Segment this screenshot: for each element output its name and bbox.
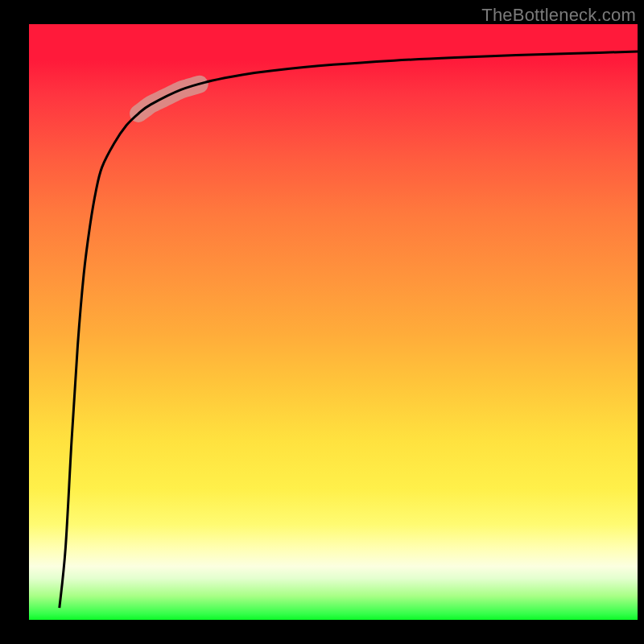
bottleneck-curve: [60, 52, 638, 608]
curve-highlight-band: [138, 85, 200, 114]
plot-area: [29, 24, 638, 620]
curve-svg: [29, 24, 638, 620]
watermark-text: TheBottleneck.com: [481, 5, 636, 26]
chart-stage: TheBottleneck.com: [0, 0, 644, 644]
